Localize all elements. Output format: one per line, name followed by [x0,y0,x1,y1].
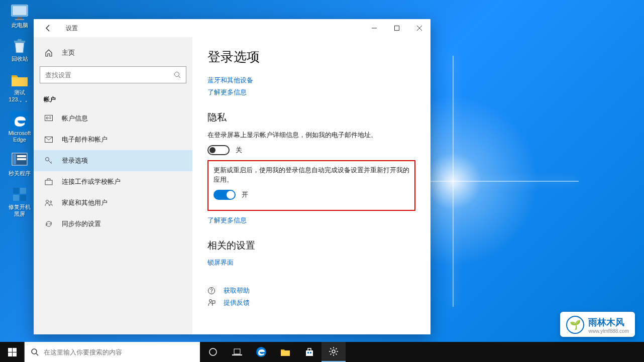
desktop-icon-fix-boot[interactable]: 修复开机黑屏 [6,186,33,217]
mail-icon [44,137,54,143]
nav-signin-options[interactable]: 登录选项 [34,150,192,171]
svg-point-31 [50,201,52,203]
start-button[interactable] [0,342,24,362]
related-heading: 相关的设置 [207,239,415,252]
task-view-button[interactable] [225,342,249,362]
taskbar-edge[interactable] [249,342,273,362]
minimize-button[interactable] [363,21,385,36]
search-icon [31,348,39,356]
help-icon [207,287,217,295]
settings-search[interactable] [40,66,186,83]
svg-rect-29 [45,180,52,185]
privacy-heading: 隐私 [207,111,415,124]
desktop-icon-recyclebin[interactable]: 回收站 [6,38,33,62]
link-get-help[interactable]: 获取帮助 [224,286,250,295]
svg-rect-38 [13,352,17,356]
highlighted-setting: 更新或重启后，使用我的登录信息自动完成设备设置并重新打开我的应用。 开 [207,160,415,211]
svg-rect-5 [18,39,22,41]
svg-point-41 [209,348,217,355]
link-lockscreen[interactable]: 锁屏界面 [207,258,415,267]
svg-rect-14 [20,195,26,201]
badge-icon [44,115,54,122]
taskbar-search[interactable] [24,342,200,362]
window-title: 设置 [66,24,78,33]
watermark-logo: 🌱 [566,316,584,334]
close-button[interactable] [408,21,431,36]
nav-sync-settings[interactable]: 同步你的设置 [34,213,192,234]
desktop-icon-label: 秒关程序 [9,170,31,177]
taskbar-store[interactable] [297,342,321,362]
nav-email-accounts[interactable]: 电子邮件和帐户 [34,129,192,150]
nav-label: 家庭和其他用户 [62,198,108,207]
privacy-description: 在登录屏幕上显示帐户详细信息，例如我的电子邮件地址。 [207,130,415,140]
people-icon [44,199,54,206]
svg-rect-16 [394,26,399,31]
desktop-icons: 此电脑 回收站 测试123.。。 Microsoft Edge 秒关程序 修复开… [6,4,33,217]
desktop-icon-thispc[interactable]: 此电脑 [6,4,33,29]
nav-family-users[interactable]: 家庭和其他用户 [34,192,192,213]
category-label: 帐户 [34,90,192,108]
desktop-icon-label: 修复开机黑屏 [6,204,33,217]
watermark-url: www.ylmf888.com [588,328,629,334]
maximize-button[interactable] [385,21,408,36]
toggle-show-account-details[interactable] [207,145,230,155]
desktop-icon-label: Microsoft Edge [6,130,33,143]
svg-line-28 [51,162,52,163]
link-feedback[interactable]: 提供反馈 [224,298,250,307]
svg-rect-8 [13,154,16,164]
svg-rect-4 [14,41,25,43]
give-feedback[interactable]: 提供反馈 [207,298,415,307]
taskbar-search-input[interactable] [44,348,194,356]
svg-rect-2 [17,17,22,19]
briefcase-icon [44,178,54,185]
desktop-icon-folder[interactable]: 测试123.。。 [6,71,33,102]
svg-rect-46 [310,352,311,353]
svg-point-39 [32,349,37,354]
svg-rect-42 [234,349,240,354]
svg-point-34 [209,299,212,302]
nav-account-info[interactable]: 帐户信息 [34,108,192,129]
home-icon [44,49,54,57]
settings-window: 设置 主页 帐户 帐户信息 电子邮件和帐户 [34,19,431,334]
nav-label: 登录选项 [62,156,88,165]
svg-point-47 [332,350,335,353]
nav-work-school[interactable]: 连接工作或学校帐户 [34,171,192,192]
taskbar-explorer[interactable] [273,342,297,362]
link-learn-more[interactable]: 了解更多信息 [207,88,415,97]
settings-content: 登录选项 蓝牙和其他设备 了解更多信息 隐私 在登录屏幕上显示帐户详细信息，例如… [192,37,431,334]
svg-rect-9 [17,155,26,157]
link-bluetooth[interactable]: 蓝牙和其他设备 [207,76,415,85]
home-nav-item[interactable]: 主页 [34,43,192,62]
home-label: 主页 [62,48,75,57]
back-button[interactable] [42,22,55,35]
svg-rect-3 [15,19,24,20]
watermark-brand: 雨林木风 [588,316,629,328]
nav-label: 同步你的设置 [62,219,101,228]
desktop-icon-label: 此电脑 [12,22,28,29]
taskbar-settings[interactable] [321,342,346,362]
settings-sidebar: 主页 帐户 帐户信息 电子邮件和帐户 登录选项 连接工作或学校帐户 [34,37,192,334]
svg-rect-11 [13,188,19,194]
nav-label: 电子邮件和帐户 [62,135,108,144]
svg-rect-13 [13,195,19,201]
desktop-icon-label: 测试123.。。 [6,89,33,102]
desktop-icon-close-programs[interactable]: 秒关程序 [6,152,33,177]
watermark-badge: 🌱 雨林木风 www.ylmf888.com [560,312,635,337]
cortana-button[interactable] [201,342,225,362]
desktop-icon-label: 回收站 [12,56,28,62]
svg-point-26 [46,158,49,161]
desktop-icon-edge[interactable]: Microsoft Edge [6,112,33,143]
svg-rect-35 [8,348,12,352]
svg-rect-36 [13,348,17,352]
feedback-icon [207,299,217,307]
svg-point-33 [211,292,211,293]
get-help[interactable]: 获取帮助 [207,286,415,295]
toggle-label: 关 [236,146,242,155]
svg-rect-45 [307,352,309,353]
search-input[interactable] [45,71,174,79]
link-learn-more-2[interactable]: 了解更多信息 [207,216,415,225]
svg-point-30 [46,200,49,203]
svg-point-19 [175,72,179,77]
toggle-use-signin-info[interactable] [213,190,236,200]
svg-rect-1 [13,6,27,15]
